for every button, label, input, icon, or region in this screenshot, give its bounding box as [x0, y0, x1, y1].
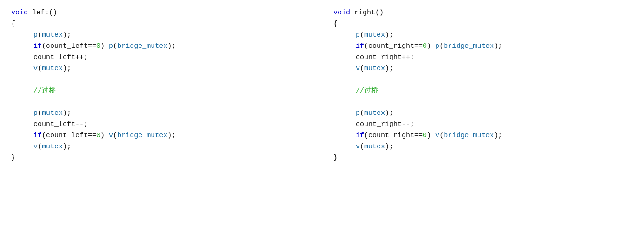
left-line-signature: void left()	[11, 7, 311, 19]
right-line-1: p(mutex);	[333, 30, 633, 41]
left-line-7: if(count_left==0) v(bridge_mutex);	[11, 130, 311, 141]
left-empty-1	[11, 74, 311, 86]
left-line-8: v(mutex);	[11, 141, 311, 153]
right-line-brace-open: {	[333, 19, 633, 30]
right-line-7: if(count_right==0) v(bridge_mutex);	[333, 130, 633, 141]
left-panel: void left() { p(mutex); if(count_left==0…	[0, 0, 322, 239]
right-line-8: v(mutex);	[333, 141, 633, 153]
left-line-6: count_left--;	[11, 119, 311, 130]
right-line-6: count_right--;	[333, 119, 633, 130]
left-line-5: p(mutex);	[11, 108, 311, 119]
left-empty-2	[11, 97, 311, 108]
right-line-4: v(mutex);	[333, 63, 633, 74]
left-line-3: count_left++;	[11, 52, 311, 63]
right-line-5: p(mutex);	[333, 108, 633, 119]
right-brace-close: }	[333, 153, 633, 164]
left-line-2: if(count_left==0) p(bridge_mutex);	[11, 41, 311, 52]
left-brace-close: }	[11, 153, 311, 164]
right-line-2: if(count_right==0) p(bridge_mutex);	[333, 41, 633, 52]
left-line-brace-open: {	[11, 19, 311, 30]
right-comment: //过桥	[333, 86, 633, 97]
left-line-1: p(mutex);	[11, 30, 311, 41]
left-comment: //过桥	[11, 86, 311, 97]
right-empty-2	[333, 97, 633, 108]
right-line-3: count_right++;	[333, 52, 633, 63]
right-line-signature: void right()	[333, 7, 633, 19]
right-empty-1	[333, 74, 633, 86]
right-panel: void right() { p(mutex); if(count_right=…	[322, 0, 644, 239]
left-line-4: v(mutex);	[11, 63, 311, 74]
